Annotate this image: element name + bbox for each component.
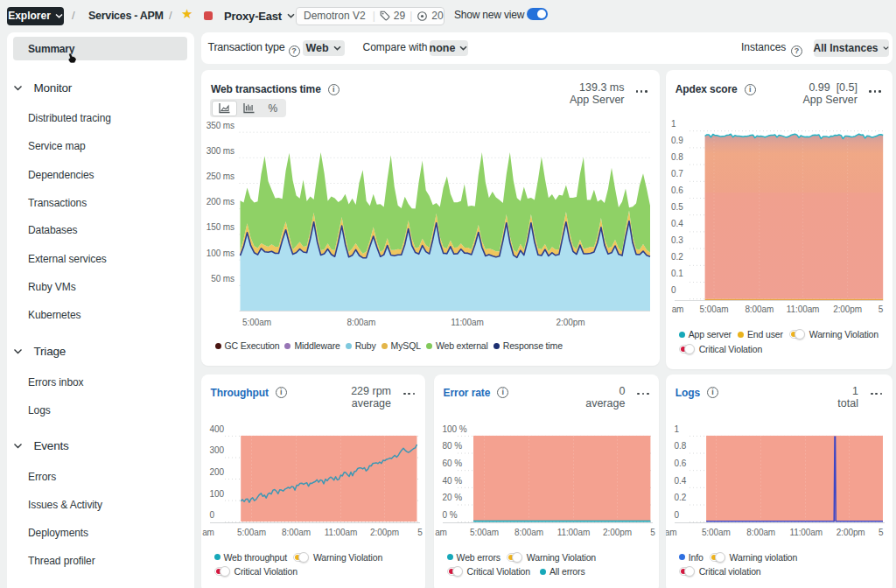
svg-text:11:00am: 11:00am <box>556 527 589 536</box>
svg-text:am: am <box>671 304 683 314</box>
svg-text:150 ms: 150 ms <box>206 222 234 232</box>
svg-text:250 ms: 250 ms <box>206 172 234 181</box>
svg-text:0.4: 0.4 <box>674 475 686 485</box>
svg-text:0.6: 0.6 <box>674 458 686 468</box>
svg-text:0.1: 0.1 <box>671 269 683 278</box>
svg-text:11:00am: 11:00am <box>324 527 356 536</box>
svg-text:8:00am: 8:00am <box>346 318 375 327</box>
svg-text:300: 300 <box>209 445 224 455</box>
svg-text:0.4: 0.4 <box>671 219 683 228</box>
svg-text:2:00pm: 2:00pm <box>370 527 399 536</box>
svg-text:am: am <box>666 527 676 536</box>
svg-text:2:00pm: 2:00pm <box>836 527 865 536</box>
svg-text:300 ms: 300 ms <box>206 146 234 156</box>
svg-text:5: 5 <box>878 527 884 536</box>
svg-text:0.8: 0.8 <box>674 441 686 451</box>
svg-text:0.5: 0.5 <box>671 202 683 212</box>
svg-text:200: 200 <box>209 466 224 476</box>
svg-text:40 %: 40 % <box>442 475 462 485</box>
svg-text:11:00am: 11:00am <box>451 318 483 327</box>
svg-text:400: 400 <box>209 424 224 433</box>
svg-text:5:00am: 5:00am <box>702 527 731 536</box>
svg-text:0.2: 0.2 <box>671 252 683 262</box>
svg-text:2:00pm: 2:00pm <box>833 304 862 314</box>
svg-text:0.6: 0.6 <box>671 186 683 195</box>
svg-text:11:00am: 11:00am <box>787 304 819 314</box>
svg-text:100 %: 100 % <box>442 424 466 433</box>
svg-text:0.9: 0.9 <box>671 136 683 145</box>
svg-text:50 ms: 50 ms <box>211 274 234 284</box>
svg-text:100: 100 <box>209 488 224 498</box>
svg-text:0: 0 <box>674 510 679 520</box>
svg-text:5:00am: 5:00am <box>237 527 266 536</box>
svg-text:5:00am: 5:00am <box>242 318 271 327</box>
svg-text:350 ms: 350 ms <box>206 121 234 130</box>
svg-text:60 %: 60 % <box>442 458 462 468</box>
svg-text:5: 5 <box>650 527 655 536</box>
svg-text:20 %: 20 % <box>442 493 462 502</box>
svg-text:11:00am: 11:00am <box>789 527 822 536</box>
svg-text:0.7: 0.7 <box>671 169 683 178</box>
svg-text:8:00am: 8:00am <box>514 527 543 536</box>
svg-text:am: am <box>202 527 214 536</box>
svg-text:80 %: 80 % <box>442 441 462 451</box>
svg-text:5:00am: 5:00am <box>699 304 728 314</box>
svg-text:2:00pm: 2:00pm <box>556 318 584 327</box>
svg-text:200 ms: 200 ms <box>206 197 234 206</box>
svg-text:0: 0 <box>671 285 676 295</box>
svg-text:5: 5 <box>417 527 423 536</box>
svg-text:0.3: 0.3 <box>671 235 683 245</box>
svg-text:8:00am: 8:00am <box>745 304 774 314</box>
svg-text:2:00pm: 2:00pm <box>603 527 632 536</box>
svg-text:5:00am: 5:00am <box>470 527 499 536</box>
svg-text:0 %: 0 % <box>442 510 457 520</box>
svg-text:5: 5 <box>878 304 883 314</box>
svg-text:0: 0 <box>209 510 214 520</box>
svg-text:am: am <box>435 527 447 536</box>
svg-text:0.8: 0.8 <box>671 152 683 162</box>
svg-text:8:00am: 8:00am <box>282 527 311 536</box>
svg-text:1: 1 <box>674 424 679 433</box>
svg-text:100 ms: 100 ms <box>206 248 234 258</box>
svg-text:8:00am: 8:00am <box>746 527 775 536</box>
svg-text:1: 1 <box>671 119 676 129</box>
svg-text:0.2: 0.2 <box>674 493 686 502</box>
